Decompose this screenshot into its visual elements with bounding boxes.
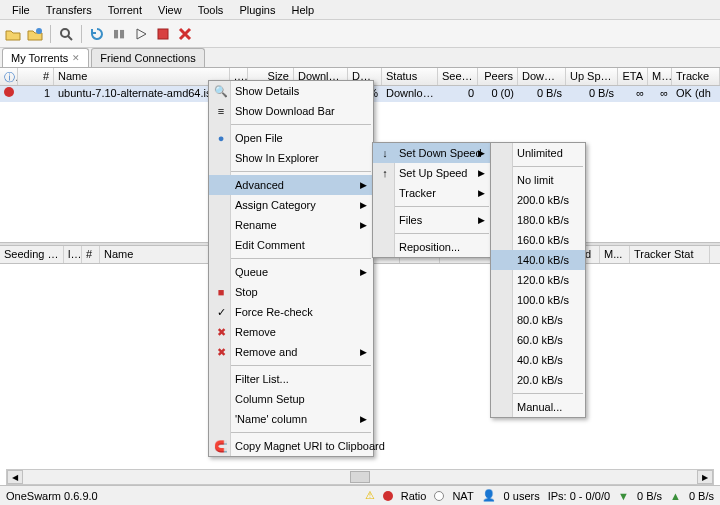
menu-item[interactable]: 🧲Copy Magnet URI to Clipboard	[209, 436, 373, 456]
menu-transfers[interactable]: Transfers	[38, 1, 100, 19]
menu-item[interactable]: No limit	[491, 170, 585, 190]
menu-item[interactable]: 200.0 kB/s	[491, 190, 585, 210]
menu-item[interactable]: 40.0 kB/s	[491, 350, 585, 370]
col-seeds[interactable]: Seeds	[438, 68, 478, 85]
menu-label: 60.0 kB/s	[517, 334, 563, 346]
menu-label: Show In Explorer	[235, 152, 319, 164]
remove-icon[interactable]	[176, 25, 194, 43]
menu-item[interactable]: 100.0 kB/s	[491, 290, 585, 310]
menu-item[interactable]: ↑Set Up Speed▶	[373, 163, 491, 183]
menu-item[interactable]: Advanced▶	[209, 175, 373, 195]
menu-file[interactable]: File	[4, 1, 38, 19]
submenu-arrow-icon: ▶	[360, 347, 367, 357]
menu-item[interactable]: ↓Set Down Speed▶	[373, 143, 491, 163]
submenu-arrow-icon: ▶	[478, 215, 485, 225]
url-icon[interactable]	[26, 25, 44, 43]
tab-my-torrents[interactable]: My Torrents✕	[2, 48, 89, 67]
seed-col[interactable]: l...	[64, 246, 82, 263]
menu-tools[interactable]: Tools	[190, 1, 232, 19]
status-nat: NAT	[452, 490, 473, 502]
row-icon	[0, 86, 18, 102]
menu-item[interactable]: 120.0 kB/s	[491, 270, 585, 290]
col-status[interactable]: Status	[382, 68, 438, 85]
row-eta: ∞	[618, 86, 648, 102]
col-m[interactable]: M...	[648, 68, 672, 85]
seed-col[interactable]: M...	[600, 246, 630, 263]
menu-item[interactable]: 160.0 kB/s	[491, 230, 585, 250]
menu-item[interactable]: Tracker▶	[373, 183, 491, 203]
menu-item[interactable]: Show In Explorer	[209, 148, 373, 168]
menu-label: Stop	[235, 286, 258, 298]
open-icon[interactable]	[4, 25, 22, 43]
seed-col[interactable]: Seeding Ra...	[0, 246, 64, 263]
menu-item[interactable]: 'Name' column▶	[209, 409, 373, 429]
col-icon[interactable]: ⓘ	[0, 68, 18, 85]
tab-friend-connections[interactable]: Friend Connections	[91, 48, 204, 67]
col-up[interactable]: Up Speed	[566, 68, 618, 85]
col-tracker[interactable]: Tracke	[672, 68, 720, 85]
menu-item[interactable]: 20.0 kB/s	[491, 370, 585, 390]
play-icon[interactable]	[132, 25, 150, 43]
col-num[interactable]: #	[18, 68, 54, 85]
col-peers[interactable]: Peers	[478, 68, 518, 85]
submenu-arrow-icon: ▶	[360, 267, 367, 277]
toolbar: ▮▮	[0, 20, 720, 48]
menu-label: 20.0 kB/s	[517, 374, 563, 386]
menu-icon: ✖	[213, 344, 229, 360]
close-icon[interactable]: ✕	[72, 53, 80, 63]
warning-icon: ⚠	[365, 489, 375, 502]
menu-plugins[interactable]: Plugins	[231, 1, 283, 19]
menu-help[interactable]: Help	[283, 1, 322, 19]
col-eta[interactable]: ETA	[618, 68, 648, 85]
menu-torrent[interactable]: Torrent	[100, 1, 150, 19]
menu-item[interactable]: Reposition...	[373, 237, 491, 257]
refresh-icon[interactable]	[88, 25, 106, 43]
scrollbar-thumb[interactable]	[350, 471, 370, 483]
menu-item[interactable]: 80.0 kB/s	[491, 310, 585, 330]
down-arrow-icon: ▼	[618, 490, 629, 502]
horizontal-scrollbar[interactable]: ◀ ▶	[6, 469, 714, 485]
col-down[interactable]: Down ...	[518, 68, 566, 85]
menu-item[interactable]: ●Open File	[209, 128, 373, 148]
menu-item[interactable]: 60.0 kB/s	[491, 330, 585, 350]
menu-item[interactable]: Filter List...	[209, 369, 373, 389]
search-icon[interactable]	[57, 25, 75, 43]
row-down: 0 B/s	[518, 86, 566, 102]
menu-item[interactable]: Manual...	[491, 397, 585, 417]
status-bar: OneSwarm 0.6.9.0 ⚠ Ratio NAT 👤 0 users I…	[0, 485, 720, 505]
context-menu-main: 🔍Show Details≡Show Download Bar●Open Fil…	[208, 80, 374, 457]
menu-label: Show Details	[235, 85, 299, 97]
menu-label: 120.0 kB/s	[517, 274, 569, 286]
menu-view[interactable]: View	[150, 1, 190, 19]
menu-item[interactable]: ≡Show Download Bar	[209, 101, 373, 121]
menu-item[interactable]: Assign Category▶	[209, 195, 373, 215]
pause-icon[interactable]: ▮▮	[110, 25, 128, 43]
seed-col[interactable]: Tracker Stat	[630, 246, 710, 263]
menu-item[interactable]: 🔍Show Details	[209, 81, 373, 101]
menu-item[interactable]: 180.0 kB/s	[491, 210, 585, 230]
tab-bar: My Torrents✕ Friend Connections	[0, 48, 720, 68]
seed-col[interactable]: #	[82, 246, 100, 263]
col-name[interactable]: Name	[54, 68, 230, 85]
row-num: 1	[18, 86, 54, 102]
scroll-left-icon[interactable]: ◀	[7, 470, 23, 484]
menu-label: Unlimited	[517, 147, 563, 159]
menu-icon: ✖	[213, 324, 229, 340]
menu-label: Edit Comment	[235, 239, 305, 251]
scroll-right-icon[interactable]: ▶	[697, 470, 713, 484]
menu-item[interactable]: Files▶	[373, 210, 491, 230]
menu-label: 'Name' column	[235, 413, 307, 425]
menu-label: Copy Magnet URI to Clipboard	[235, 440, 385, 452]
menu-item[interactable]: ✖Remove	[209, 322, 373, 342]
menu-item[interactable]: ✖Remove and▶	[209, 342, 373, 362]
menu-item[interactable]: ■Stop	[209, 282, 373, 302]
row-m: ∞	[648, 86, 672, 102]
stop-icon[interactable]	[154, 25, 172, 43]
menu-item[interactable]: Edit Comment	[209, 235, 373, 255]
menu-item[interactable]: Rename▶	[209, 215, 373, 235]
menu-item[interactable]: 140.0 kB/s	[491, 250, 585, 270]
status-down: 0 B/s	[637, 490, 662, 502]
menu-icon: ↓	[377, 145, 393, 161]
menu-item[interactable]: Column Setup	[209, 389, 373, 409]
menu-label: Force Re-check	[235, 306, 313, 318]
